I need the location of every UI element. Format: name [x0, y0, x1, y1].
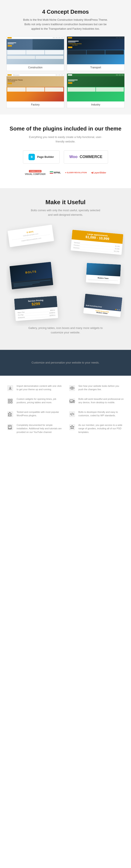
feature-text-2: See how your website looks before you pu… [79, 384, 125, 391]
devices-icon [69, 398, 75, 404]
feature-responsive: Bolts will work beautiful and profession… [68, 397, 125, 405]
feature-desc-2: See how your website looks before you pu… [79, 384, 125, 391]
pricing-val-1: $99/mo [50, 309, 55, 311]
demo-screenshot-construction [7, 36, 64, 64]
download-icon [7, 385, 13, 391]
feature-text-3: Custom widgets for opening times, job po… [16, 397, 63, 404]
slider-rev-logo: ● SLIDER REVOLUTION [65, 172, 87, 174]
appt-val-1: $1,099 [115, 245, 120, 247]
appt-label-1: Standard [74, 242, 80, 244]
section-customize: Customize and personalize your website t… [0, 350, 131, 376]
svg-rect-15 [7, 424, 13, 430]
feature-developer: Bolts is developer-friendly and easy to … [68, 410, 125, 418]
plugins-row: B Page Builder WooCOMMERCE [8, 150, 123, 164]
demo-item-factory[interactable]: Multi-purpose Multi-purpose Theme [6, 73, 64, 108]
dark-site-widget: BOLTS [9, 262, 53, 289]
feature-text-7: Completely documented for simple install… [16, 423, 63, 434]
feature-desc-5: Tested and compatible with most popular … [16, 410, 63, 417]
page-builder-label: Page Builder [37, 155, 54, 158]
star-icon [69, 424, 75, 430]
grid-icon [7, 398, 13, 404]
demos-grid: Construction [6, 36, 125, 108]
demo-item-industry[interactable]: Industry [67, 73, 125, 108]
plugins-description: Everything you need to easily create a f… [28, 135, 103, 144]
pricing-label-2: Pro Plan [18, 314, 24, 316]
section-plugins: Some of the plugins included in our them… [0, 115, 131, 188]
wpml-label: WPML [50, 171, 61, 174]
svg-rect-13 [7, 411, 13, 417]
feature-desc-3: Custom widgets for opening times, job po… [16, 397, 63, 404]
wpml-logo: WPML [50, 171, 61, 174]
team-body: Modern Team [86, 275, 120, 284]
woo-commerce-text: COMMERCE [80, 155, 102, 159]
visual-composer-label: VISUAL COMPOSER [25, 173, 46, 175]
visual-composer-logo: COMING SOON VISUAL COMPOSER [25, 170, 46, 175]
feature-icon-box-7 [6, 423, 14, 431]
useful-title: Make it Useful [6, 199, 125, 206]
demo-label-factory: Factory [7, 101, 64, 108]
section-demos: 4 Concept Demos Bolts is the first Multi… [0, 0, 131, 115]
plugin-box-page-builder[interactable]: B Page Builder [23, 150, 59, 164]
pricing-widget: Service Pricing $299 Basic Plan $99/mo P… [14, 296, 58, 321]
feature-desc-7: Completely documented for simple install… [16, 423, 63, 434]
appt-label-3: Business [73, 247, 80, 249]
feature-documented: Completely documented for simple install… [6, 423, 63, 434]
book-icon [7, 424, 13, 430]
feature-desc-4: Bolts will work beautiful and profession… [79, 397, 125, 404]
demo-screenshot-industry [67, 74, 124, 101]
useful-caption: Gallery, pricing tables, icon boxes and … [28, 326, 103, 335]
feature-icon-box-6 [68, 410, 76, 418]
svg-rect-3 [7, 398, 13, 404]
puzzle-icon [7, 411, 13, 417]
feature-demo-import: Import demonstration content with one cl… [6, 384, 63, 392]
feature-icon-box-8 [68, 423, 76, 431]
demo-label-construction: Construction [7, 64, 64, 71]
slider-dot-2 [119, 309, 120, 310]
feature-icon-box-5 [6, 410, 14, 418]
feature-text-4: Bolts will work beautiful and profession… [79, 397, 125, 404]
slider-revolution-label: ● SLIDER REVOLUTION [65, 172, 87, 174]
demo-item-transport[interactable]: CONNECTING ROADS AND SEAS Transport [67, 36, 125, 71]
coming-soon-badge: COMING SOON [29, 170, 41, 173]
pricing-val-3: $299/mo [50, 314, 55, 316]
slider-widget: Build Something Great SLIDER REVOLUTION … [83, 294, 123, 317]
floating-elements-container: E-Mail hello@example.com support@yourweb… [6, 223, 125, 326]
plugins-title: Some of the plugins included in our them… [8, 125, 123, 132]
plugin-box-woocommerce[interactable]: WooCOMMERCE [64, 150, 108, 164]
pricing-label-3: Enterprise [18, 316, 25, 318]
woo-logo-text: Woo [69, 155, 78, 159]
page-builder-icon: B [29, 154, 35, 160]
slider-dots [115, 309, 120, 311]
feature-text-8: As our member, you gain access to a wide… [79, 423, 125, 434]
pricing-val-2: $199/mo [49, 312, 55, 314]
plugins-logos-row: COMING SOON VISUAL COMPOSER WPML ● SLIDE… [8, 168, 123, 178]
feature-desc-8: As our member, you gain access to a wide… [79, 423, 125, 434]
useful-description: Bolts comes with only the most useful, s… [28, 208, 103, 217]
section-useful: Make it Useful Bolts comes with only the… [0, 188, 131, 350]
features-grid: Import demonstration content with one cl… [6, 384, 125, 434]
demo-label-industry: Industry [67, 101, 124, 108]
feature-desc-1: Import demonstration content with one cl… [16, 384, 63, 391]
feature-widgets: Custom widgets for opening times, job po… [6, 397, 63, 405]
slider-hero-text: Build Something Great [86, 305, 102, 308]
email-widget: E-Mail hello@example.com support@yourweb… [8, 225, 54, 247]
demo-screenshot-factory: Multi-purpose Multi-purpose Theme [7, 74, 64, 101]
demo-item-construction[interactable]: Construction [6, 36, 64, 71]
demo-screenshot-transport: CONNECTING ROADS AND SEAS [67, 36, 124, 64]
customize-text: Customize and personalize your website t… [25, 361, 106, 365]
appointments-widget: Large appointments $1,099 - 10,999 Stand… [71, 230, 123, 255]
section-features: Import demonstration content with one cl… [0, 376, 131, 442]
feature-compatible: Tested and compatible with most popular … [6, 410, 63, 418]
eye-icon [69, 385, 75, 391]
feature-icon-box-2 [68, 384, 76, 392]
feature-icon-box-1 [6, 384, 14, 392]
team-widget: Modern Team [86, 263, 121, 284]
demos-description: Bolts is the first Multi-Niche Construct… [21, 18, 110, 31]
feature-text-6: Bolts is developer-friendly and easy to … [79, 410, 125, 417]
layerslider-logo: ◀ LayerSlider [91, 171, 106, 174]
code-icon [69, 411, 75, 417]
appt-label-2: Premium [74, 244, 80, 246]
team-hero [86, 263, 121, 276]
demos-title: 4 Concept Demos [6, 8, 125, 15]
layerslider-label: ◀ LayerSlider [91, 171, 106, 174]
